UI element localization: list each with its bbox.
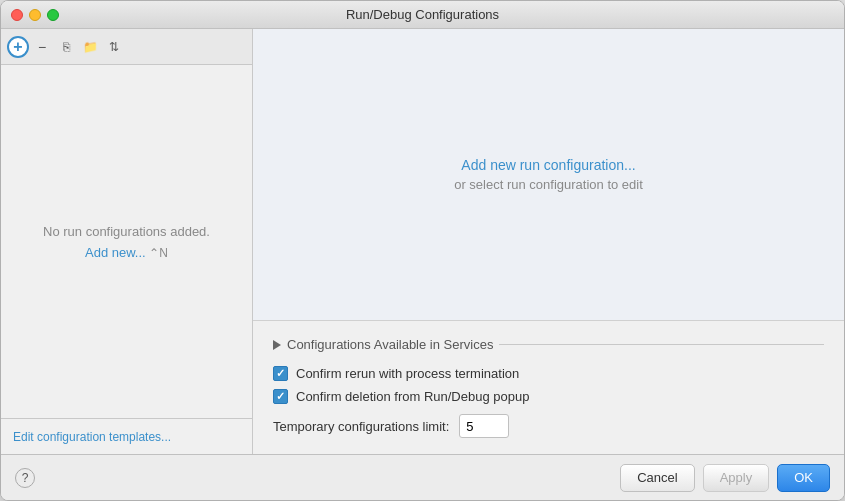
copy-config-button[interactable]: ⎘ xyxy=(55,36,77,58)
services-header: Configurations Available in Services xyxy=(273,337,824,352)
checkbox-rerun-label: Confirm rerun with process termination xyxy=(296,366,519,381)
right-panel-top: Add new run configuration... or select r… xyxy=(253,29,844,320)
folder-config-button[interactable]: 📁 xyxy=(79,36,101,58)
temp-config-row: Temporary configurations limit: xyxy=(273,414,824,438)
sort-icon: ⇅ xyxy=(109,40,119,54)
triangle-icon xyxy=(273,340,281,350)
right-panel: Add new run configuration... or select r… xyxy=(253,29,844,454)
minus-icon: − xyxy=(38,39,46,55)
checkbox-deletion-row: Confirm deletion from Run/Debug popup xyxy=(273,389,824,404)
add-new-link[interactable]: Add new... ⌃N xyxy=(85,245,168,260)
copy-icon: ⎘ xyxy=(63,40,70,54)
no-config-text: No run configurations added. xyxy=(43,224,210,239)
close-button[interactable] xyxy=(11,9,23,21)
cancel-button[interactable]: Cancel xyxy=(620,464,694,492)
sidebar-body: No run configurations added. Add new... … xyxy=(1,65,252,418)
folder-icon: 📁 xyxy=(83,40,98,54)
sort-config-button[interactable]: ⇅ xyxy=(103,36,125,58)
services-section: Configurations Available in Services xyxy=(273,337,824,352)
window-title: Run/Debug Configurations xyxy=(346,7,499,22)
or-select-text: or select run configuration to edit xyxy=(454,177,643,192)
sidebar-toolbar: + − ⎘ 📁 ⇅ xyxy=(1,29,252,65)
add-new-shortcut: ⌃N xyxy=(149,246,168,260)
checkbox-deletion-label: Confirm deletion from Run/Debug popup xyxy=(296,389,529,404)
temp-config-label: Temporary configurations limit: xyxy=(273,419,449,434)
help-button[interactable]: ? xyxy=(15,468,35,488)
main-content: + − ⎘ 📁 ⇅ No run configurations added. xyxy=(1,29,844,454)
edit-templates-link[interactable]: Edit configuration templates... xyxy=(13,430,171,444)
traffic-lights xyxy=(11,9,59,21)
minimize-button[interactable] xyxy=(29,9,41,21)
temp-config-input[interactable] xyxy=(459,414,509,438)
right-panel-bottom: Configurations Available in Services Con… xyxy=(253,320,844,454)
bottom-buttons: Cancel Apply OK xyxy=(620,464,830,492)
help-icon: ? xyxy=(22,471,29,485)
ok-button[interactable]: OK xyxy=(777,464,830,492)
maximize-button[interactable] xyxy=(47,9,59,21)
sidebar-footer: Edit configuration templates... xyxy=(1,418,252,454)
services-divider xyxy=(499,344,824,345)
title-bar: Run/Debug Configurations xyxy=(1,1,844,29)
bottom-bar: ? Cancel Apply OK xyxy=(1,454,844,500)
main-window: Run/Debug Configurations + − ⎘ 📁 ⇅ xyxy=(0,0,845,501)
checkbox-rerun[interactable] xyxy=(273,366,288,381)
checkbox-rerun-row: Confirm rerun with process termination xyxy=(273,366,824,381)
services-label: Configurations Available in Services xyxy=(287,337,493,352)
remove-config-button[interactable]: − xyxy=(31,36,53,58)
add-config-button[interactable]: + xyxy=(7,36,29,58)
apply-button[interactable]: Apply xyxy=(703,464,770,492)
checkbox-deletion[interactable] xyxy=(273,389,288,404)
add-config-link[interactable]: Add new run configuration... xyxy=(461,157,635,173)
sidebar: + − ⎘ 📁 ⇅ No run configurations added. xyxy=(1,29,253,454)
